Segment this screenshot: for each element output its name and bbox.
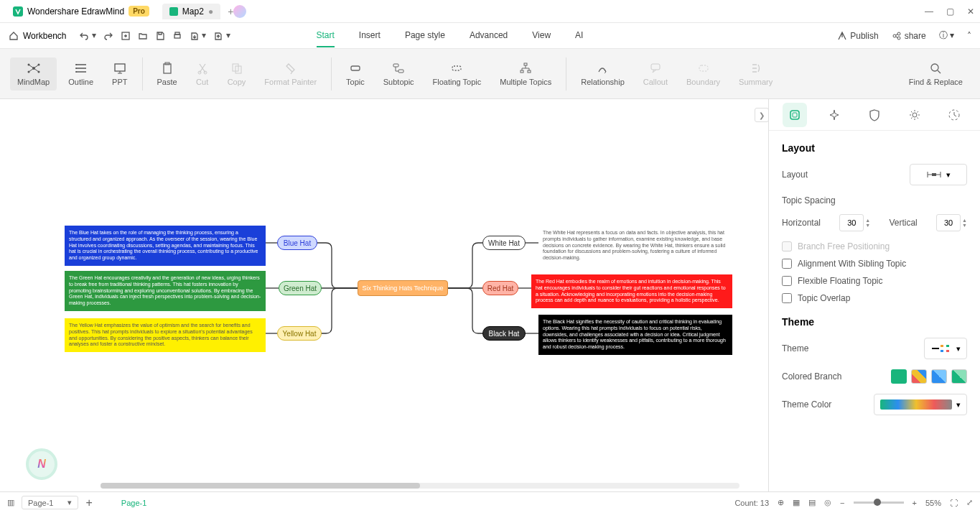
tab-dirty-icon: ● [208, 6, 213, 17]
summary-icon [750, 62, 762, 75]
focus-icon[interactable]: ◎ [824, 498, 831, 507]
red-note[interactable]: The Red Hat embodies the realm of emotio… [531, 274, 732, 308]
node-count: Count: 13 [734, 499, 769, 507]
boundary-button[interactable]: Boundary [679, 57, 727, 91]
fit-icon[interactable]: ⛶ [950, 499, 958, 507]
panel-tab-security[interactable] [862, 103, 887, 127]
cut-button[interactable]: Cut [189, 57, 216, 91]
zoom-slider[interactable] [854, 502, 904, 504]
yellow-hat-node[interactable]: Yellow Hat [277, 326, 322, 341]
maximize-icon[interactable]: ▢ [946, 6, 954, 17]
tab-view[interactable]: View [532, 24, 551, 47]
green-note[interactable]: The Green Hat encourages creativity and … [65, 271, 266, 311]
page-tab[interactable]: Page-1 [121, 499, 146, 507]
free-positioning-checkbox[interactable]: Branch Free Positioning [782, 241, 967, 251]
panel-tab-layout[interactable] [783, 103, 807, 127]
help-button[interactable]: ⓘ ▾ [939, 29, 954, 42]
tab-advanced[interactable]: Advanced [470, 24, 508, 47]
svg-rect-17 [164, 64, 171, 73]
globe-icon[interactable]: ⊕ [778, 498, 784, 507]
tab-start[interactable]: Start [317, 24, 335, 47]
save-button[interactable] [155, 30, 165, 41]
topic-button[interactable]: Topic [339, 57, 372, 91]
panel-tab-settings[interactable] [902, 103, 927, 127]
ribbon: MindMap Outline PPT Paste Cut Copy Forma… [0, 49, 980, 99]
blue-note[interactable]: The Blue Hat takes on the role of managi… [65, 226, 266, 266]
branch-swatch-1[interactable] [891, 369, 907, 384]
mindmap-view-button[interactable]: MindMap [10, 57, 57, 91]
fullscreen-icon[interactable]: ⤢ [966, 498, 973, 507]
flexible-floating-checkbox[interactable]: Flexible Floating Topic [782, 276, 967, 286]
vertical-input[interactable]: ▲▼ [936, 214, 967, 231]
export-button[interactable]: ▾ [190, 30, 206, 41]
print-button[interactable] [172, 30, 182, 41]
chevron-down-icon: ▾ [956, 344, 961, 353]
open-button[interactable] [138, 30, 148, 41]
workbench-button[interactable]: Workbench [9, 31, 66, 41]
tab-pagestyle[interactable]: Page style [405, 24, 445, 47]
new-tab-button[interactable]: + [228, 6, 233, 17]
svg-rect-23 [351, 66, 360, 70]
horizontal-scrollbar[interactable] [101, 483, 739, 489]
new-button[interactable] [121, 30, 131, 41]
panel-tab-history[interactable] [942, 103, 966, 127]
theme-color-select[interactable]: ▾ [874, 394, 967, 415]
ai-assistant-button[interactable]: N [26, 448, 57, 480]
center-node[interactable]: Six Thinking Hats Technique [358, 280, 448, 296]
collapse-ribbon-button[interactable]: ˄ [967, 31, 971, 41]
panel-tab-style[interactable] [822, 103, 846, 127]
page-select[interactable]: Page-1▾ [22, 496, 78, 509]
copy-button[interactable]: Copy [220, 57, 253, 91]
close-icon[interactable]: ✕ [967, 6, 974, 17]
white-note[interactable]: The White Hat represents a focus on data… [538, 226, 732, 266]
canvas[interactable]: Six Thinking Hats Technique Blue Hat Gre… [0, 99, 768, 491]
collapse-panel-button[interactable]: ❯ [755, 108, 769, 122]
add-page-button[interactable]: + [85, 496, 92, 509]
page-list-icon[interactable]: ▥ [7, 498, 14, 507]
multiple-topics-button[interactable]: Multiple Topics [493, 57, 559, 91]
paste-button[interactable]: Paste [150, 57, 185, 91]
callout-button[interactable]: Callout [636, 57, 675, 91]
floating-topic-button[interactable]: Floating Topic [426, 57, 489, 91]
svg-point-7 [897, 37, 900, 40]
summary-button[interactable]: Summary [732, 57, 780, 91]
tab-insert[interactable]: Insert [359, 24, 381, 47]
list-icon[interactable]: ▤ [808, 498, 816, 507]
find-replace-button[interactable]: Find & Replace [902, 57, 970, 91]
blue-hat-node[interactable]: Blue Hat [277, 236, 317, 250]
relationship-button[interactable]: Relationship [574, 57, 632, 91]
horizontal-input[interactable]: ▲▼ [839, 214, 870, 231]
minimize-icon[interactable]: — [925, 6, 933, 17]
green-hat-node[interactable]: Green Hat [279, 281, 322, 295]
copy-icon [230, 62, 243, 75]
format-painter-button[interactable]: Format Painter [257, 57, 324, 91]
theme-select[interactable]: ▾ [924, 338, 967, 359]
undo-button[interactable]: ▾ [79, 30, 95, 41]
user-avatar[interactable] [233, 5, 246, 18]
ppt-view-button[interactable]: PPT [105, 57, 134, 91]
red-hat-node[interactable]: Red Hat [482, 281, 518, 295]
white-hat-node[interactable]: White Hat [482, 236, 526, 250]
paste-icon [161, 62, 174, 75]
doc-tab[interactable]: Map2 ● [162, 4, 220, 19]
grid-icon[interactable]: ▦ [793, 498, 800, 507]
share-button[interactable]: share [892, 31, 926, 41]
import-button[interactable]: ▾ [213, 30, 230, 41]
outline-view-button[interactable]: Outline [61, 57, 101, 91]
topic-overlap-checkbox[interactable]: Topic Overlap [782, 293, 967, 303]
subtopic-button[interactable]: Subtopic [376, 57, 421, 91]
layout-select[interactable]: ▾ [910, 164, 967, 185]
redo-button[interactable] [103, 30, 113, 41]
yellow-note[interactable]: The Yellow Hat emphasizes the value of o… [65, 318, 266, 352]
black-hat-node[interactable]: Black Hat [482, 326, 526, 341]
publish-button[interactable]: Publish [837, 31, 878, 41]
zoom-in-button[interactable]: + [913, 499, 917, 507]
app-logo-icon [13, 6, 23, 17]
branch-swatch-3[interactable] [931, 369, 947, 384]
zoom-out-button[interactable]: − [840, 499, 844, 507]
align-sibling-checkbox[interactable]: Alignment With Sibling Topic [782, 259, 967, 269]
black-note[interactable]: The Black Hat signifies the necessity of… [538, 315, 732, 355]
tab-ai[interactable]: AI [575, 24, 583, 47]
branch-swatch-4[interactable] [951, 369, 967, 384]
branch-swatch-2[interactable] [911, 369, 927, 384]
